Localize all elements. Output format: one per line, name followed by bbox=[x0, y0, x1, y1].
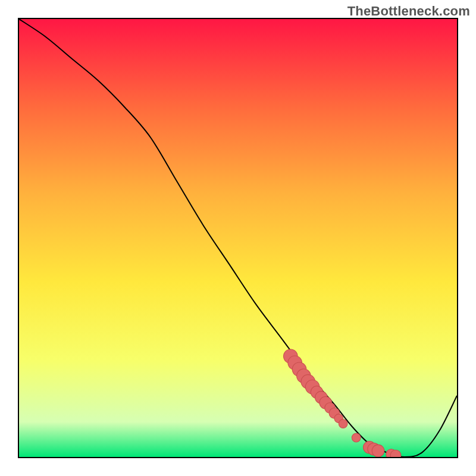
plot-area bbox=[18, 18, 458, 458]
watermark-text: TheBottleneck.com bbox=[347, 4, 470, 19]
chart-frame: TheBottleneck.com bbox=[0, 0, 476, 476]
plot-svg bbox=[19, 19, 457, 457]
curve-marker bbox=[352, 433, 361, 442]
curve-marker bbox=[372, 444, 384, 457]
curve-marker bbox=[339, 419, 347, 428]
gradient-background bbox=[19, 19, 457, 457]
